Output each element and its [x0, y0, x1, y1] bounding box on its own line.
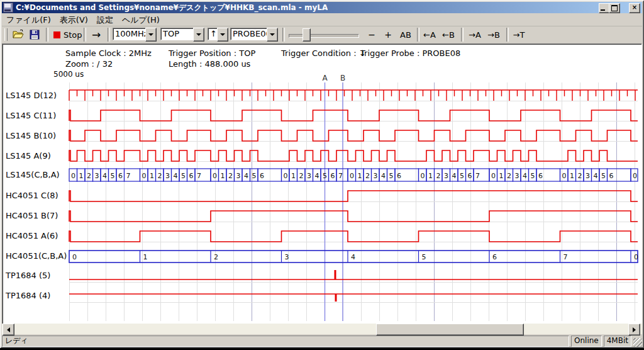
- edge-combobox[interactable]: ↑: [208, 28, 228, 42]
- goto-cursor-a-button[interactable]: ←A: [421, 28, 438, 42]
- menu-file[interactable]: ファイル(F): [2, 14, 55, 26]
- clock-combobox[interactable]: 100MHz: [113, 28, 157, 42]
- menu-view[interactable]: 表示(V): [55, 14, 92, 26]
- menu-settings[interactable]: 設定: [92, 14, 118, 26]
- right-arrow-icon: [633, 327, 636, 332]
- toolbar-separator: [461, 28, 464, 42]
- open-file-button[interactable]: [11, 28, 26, 42]
- chevron-down-icon[interactable]: [145, 28, 157, 42]
- close-button[interactable]: ×: [629, 3, 640, 13]
- probe-value: PROBE00: [230, 28, 267, 40]
- window-title: C:¥Documents and Settings¥noname¥デスクトップ¥…: [16, 3, 328, 13]
- scroll-right-button[interactable]: [628, 324, 640, 336]
- resize-grip[interactable]: [633, 338, 642, 347]
- trigger-probe-label: Trigger Probe : PROBE08: [360, 48, 460, 58]
- save-button[interactable]: [27, 28, 42, 42]
- trigger-position-label: Trigger Position : TOP: [169, 48, 255, 58]
- zoom-label: Zoom : / 32: [65, 59, 113, 69]
- scroll-left-button[interactable]: [3, 324, 14, 336]
- scrollbar-thumb[interactable]: [376, 324, 524, 336]
- chevron-down-icon[interactable]: [193, 28, 204, 42]
- status-online: Online: [571, 336, 602, 347]
- chevron-down-icon[interactable]: [217, 28, 228, 42]
- stop-button[interactable]: Stop: [51, 28, 84, 42]
- edge-value: ↑: [208, 28, 217, 40]
- run-button[interactable]: →: [87, 28, 105, 42]
- toolbar-separator: [506, 28, 509, 42]
- floppy-disk-icon: [30, 30, 40, 40]
- chevron-down-icon[interactable]: [267, 28, 278, 42]
- set-cursor-b-button[interactable]: →B: [485, 28, 502, 42]
- stop-icon: [53, 31, 60, 38]
- horizontal-scrollbar[interactable]: [2, 324, 642, 334]
- toolbar-separator: [108, 28, 110, 42]
- sample-clock-label: Sample Clock : 2MHz: [65, 48, 152, 58]
- toolbar: Stop → 100MHz TOP ↑ PROBE00 − + AB ←A: [2, 26, 642, 44]
- toolbar-separator: [282, 28, 285, 42]
- zoom-slider[interactable]: [286, 28, 360, 42]
- slider-track[interactable]: [289, 34, 359, 38]
- app-window: C:¥Documents and Settings¥noname¥デスクトップ¥…: [0, 0, 644, 348]
- menu-help[interactable]: ヘルプ(H): [118, 14, 164, 26]
- status-memory: 4MBit: [604, 336, 631, 347]
- trigger-pos-value: TOP: [160, 28, 193, 40]
- timeline-start-label: 5000 us: [53, 70, 84, 79]
- length-label: Length : 488.000 us: [169, 59, 250, 69]
- toolbar-separator: [46, 28, 48, 42]
- toolbar-grabber: [4, 28, 8, 41]
- status-bar: レディ Online 4MBit: [2, 336, 642, 347]
- probe-combobox[interactable]: PROBE00: [230, 28, 278, 42]
- trigger-pos-combobox[interactable]: TOP: [160, 28, 204, 42]
- open-folder-icon: [13, 30, 24, 40]
- app-icon: [3, 3, 13, 13]
- slider-thumb[interactable]: [303, 28, 311, 42]
- zoom-in-button[interactable]: +: [380, 28, 396, 42]
- maximize-button[interactable]: [609, 3, 620, 13]
- title-bar[interactable]: C:¥Documents and Settings¥noname¥デスクトップ¥…: [2, 2, 642, 13]
- set-cursor-a-button[interactable]: →A: [466, 28, 484, 42]
- goto-trigger-button[interactable]: →T: [510, 28, 528, 42]
- toolbar-separator: [417, 28, 419, 42]
- goto-cursor-b-button[interactable]: ←B: [440, 28, 457, 42]
- toolbar-separator: [84, 28, 86, 42]
- waveform-client-area[interactable]: [2, 43, 642, 324]
- status-ready: レディ: [2, 336, 569, 347]
- trigger-condition-label: Trigger Condition : ↓: [281, 48, 366, 58]
- left-arrow-icon: [7, 327, 10, 332]
- zoom-out-button[interactable]: −: [364, 28, 379, 42]
- ab-span-button[interactable]: AB: [397, 28, 414, 42]
- menu-bar: ファイル(F) 表示(V) 設定 ヘルプ(H): [2, 14, 642, 26]
- stop-label: Stop: [64, 30, 82, 40]
- clock-value: 100MHz: [113, 28, 145, 40]
